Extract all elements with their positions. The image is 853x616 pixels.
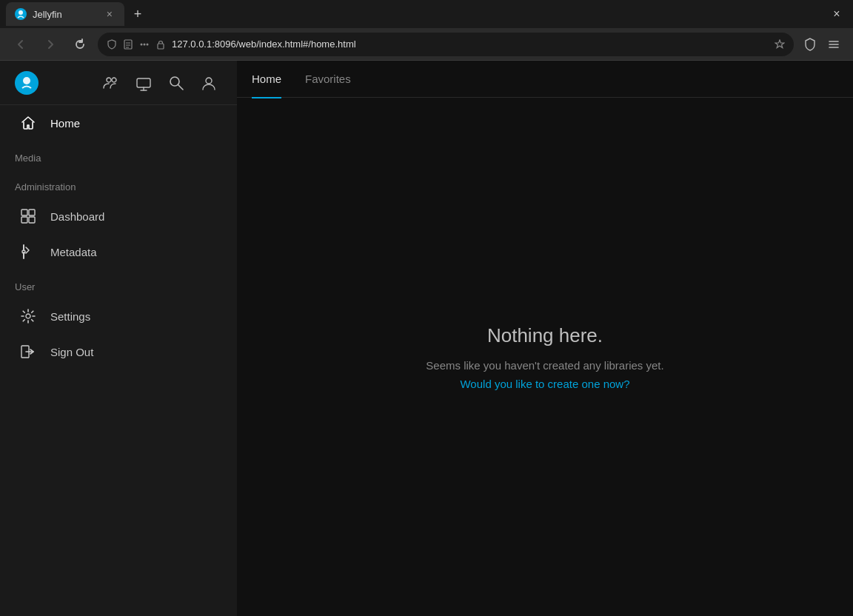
svg-point-28	[26, 314, 30, 318]
sidebar-item-metadata[interactable]: Metadata	[3, 234, 234, 270]
sidebar-item-signout[interactable]: Sign Out	[3, 334, 234, 369]
tab-bar: Jellyfin × + ×	[0, 0, 853, 28]
tab-favicon	[15, 8, 27, 20]
svg-point-14	[112, 78, 116, 82]
metadata-icon	[18, 241, 39, 262]
sidebar-metadata-label: Metadata	[50, 246, 97, 258]
svg-point-5	[144, 43, 146, 45]
site-settings-icon	[139, 39, 150, 50]
signout-icon	[18, 341, 39, 362]
refresh-button[interactable]	[68, 33, 92, 56]
empty-state: Nothing here. Seems like you haven't cre…	[237, 98, 853, 616]
user-section-label: User	[0, 270, 237, 298]
svg-point-0	[19, 10, 23, 15]
svg-rect-24	[29, 217, 35, 223]
browser-menu-button[interactable]	[823, 34, 844, 55]
sidebar-item-settings[interactable]: Settings	[3, 298, 234, 334]
tab-favorites[interactable]: Favorites	[305, 61, 351, 98]
main-content: Home Favorites Nothing here. Seems like …	[237, 61, 853, 616]
sidebar-item-home[interactable]: Home	[3, 105, 234, 141]
svg-point-20	[206, 78, 212, 84]
people-button[interactable]	[98, 70, 124, 96]
jellyfin-logo	[15, 71, 39, 95]
browser-chrome: Jellyfin × + ×	[0, 0, 853, 61]
sidebar-header	[0, 61, 237, 105]
dashboard-icon	[18, 206, 39, 227]
svg-point-13	[107, 78, 111, 82]
cast-button[interactable]	[130, 70, 157, 96]
sidebar-header-icons	[98, 70, 222, 96]
new-tab-button[interactable]: +	[127, 4, 148, 24]
tab-title: Jellyfin	[33, 9, 98, 20]
sidebar: Home Media Administration Dashboard	[0, 61, 237, 616]
sidebar-item-dashboard[interactable]: Dashboard	[3, 198, 234, 234]
url-text: 127.0.0.1:8096/web/index.html#/home.html	[172, 38, 769, 50]
svg-rect-8	[158, 44, 164, 49]
create-library-link[interactable]: Would you like to create one now?	[460, 378, 629, 390]
svg-point-7	[147, 43, 149, 45]
empty-subtitle: Seems like you haven't created any libra…	[426, 359, 663, 372]
forward-button[interactable]	[39, 33, 62, 56]
empty-title: Nothing here.	[487, 324, 603, 347]
sidebar-settings-label: Settings	[50, 310, 90, 323]
svg-rect-15	[137, 78, 150, 87]
sidebar-home-label: Home	[50, 117, 80, 130]
svg-rect-21	[21, 210, 27, 215]
svg-line-19	[178, 84, 184, 90]
administration-section-label: Administration	[0, 170, 237, 198]
media-section-label: Media	[0, 141, 237, 170]
address-bar[interactable]: 127.0.0.1:8096/web/index.html#/home.html	[98, 33, 794, 56]
browser-tab[interactable]: Jellyfin ×	[6, 2, 124, 26]
svg-point-6	[141, 43, 143, 45]
svg-rect-23	[21, 217, 27, 223]
tab-bar-end: ×	[826, 4, 847, 24]
content-tabs: Home Favorites	[237, 61, 853, 98]
sidebar-signout-label: Sign Out	[50, 346, 93, 358]
svg-point-12	[23, 77, 30, 84]
svg-rect-22	[29, 210, 35, 215]
back-button[interactable]	[9, 33, 33, 56]
home-icon	[18, 113, 39, 133]
tab-home[interactable]: Home	[252, 61, 281, 98]
close-window-button[interactable]: ×	[826, 4, 847, 24]
page-icon	[123, 39, 133, 50]
settings-icon	[18, 306, 39, 327]
bookmark-icon[interactable]	[775, 39, 785, 50]
jellyfin-app: Home Media Administration Dashboard	[0, 61, 853, 616]
browser-shield-button[interactable]	[800, 34, 820, 55]
navigation-bar: 127.0.0.1:8096/web/index.html#/home.html	[0, 28, 853, 61]
lock-icon	[155, 39, 166, 50]
browser-nav-icons	[800, 34, 844, 55]
search-button[interactable]	[163, 70, 190, 96]
sidebar-dashboard-label: Dashboard	[50, 210, 104, 223]
user-button[interactable]	[195, 70, 222, 96]
tab-close-button[interactable]: ×	[104, 7, 116, 21]
security-icon	[107, 39, 117, 50]
